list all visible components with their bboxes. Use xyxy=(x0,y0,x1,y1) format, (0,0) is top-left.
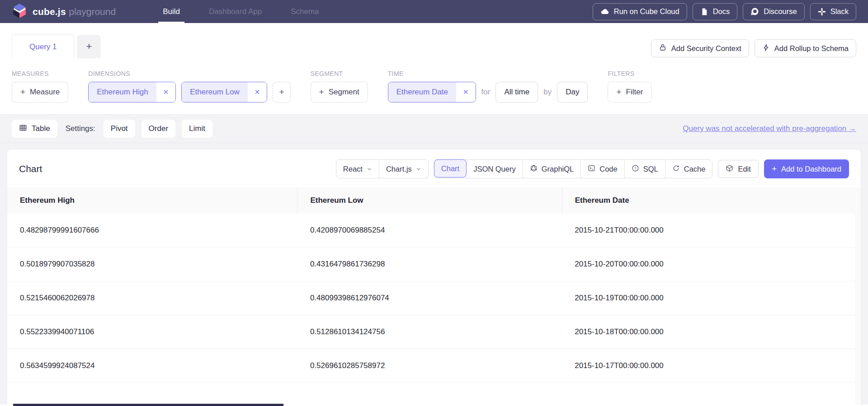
add-segment-button[interactable]: + Segment xyxy=(311,82,368,103)
table-cell: 0.48099398612976074 xyxy=(297,281,562,315)
code-panel-edge xyxy=(13,404,283,406)
refresh-icon xyxy=(672,164,680,174)
tabs-actions: Add Security Context Add Rollup to Schem… xyxy=(651,39,856,57)
nav-tab-dashboard-app[interactable]: Dashboard App xyxy=(204,0,266,23)
docs-button[interactable]: Docs xyxy=(693,3,738,20)
nav-tab-schema[interactable]: Schema xyxy=(286,0,323,23)
pivot-button[interactable]: Pivot xyxy=(104,120,135,138)
view-tab-sql[interactable]: ? SQL xyxy=(624,160,665,178)
panel-title: Chart xyxy=(19,163,42,174)
dimension-chip-ethereum-high[interactable]: Ethereum High ✕ xyxy=(88,82,176,103)
query-tab-1[interactable]: Query 1 xyxy=(12,35,74,58)
framework-select[interactable]: React xyxy=(336,160,379,178)
time-label: TIME xyxy=(388,70,588,77)
graphql-icon xyxy=(530,164,538,174)
order-button[interactable]: Order xyxy=(142,120,175,138)
by-label: by xyxy=(543,88,552,97)
result-table: Ethereum High Ethereum Low Ethereum Date… xyxy=(7,187,861,383)
view-switcher-group: Chart JSON Query GraphiQL xyxy=(434,159,713,178)
dimension-chip-ethereum-low[interactable]: Ethereum Low ✕ xyxy=(181,82,267,103)
brand: cube.js playground xyxy=(12,0,116,23)
nav-tab-build[interactable]: Build xyxy=(158,0,184,23)
remove-dimension-icon[interactable]: ✕ xyxy=(248,82,267,102)
remove-time-dimension-icon[interactable]: ✕ xyxy=(456,82,476,102)
column-header-ethereum-low[interactable]: Ethereum Low xyxy=(297,187,562,214)
view-tab-cache[interactable]: Cache xyxy=(665,160,712,178)
table-cell: 0.4316479861736298 xyxy=(297,247,562,281)
library-select[interactable]: Chart.js xyxy=(379,160,428,178)
svg-text:?: ? xyxy=(634,166,637,170)
chart-card: Chart React Chart.js xyxy=(7,149,861,405)
question-circle-icon: ? xyxy=(632,164,639,174)
table-cell: 0.4208970069885254 xyxy=(297,214,562,247)
date-range-button[interactable]: All time xyxy=(495,82,538,103)
add-measure-button[interactable]: + Measure xyxy=(12,82,68,103)
framework-library-group: React Chart.js xyxy=(336,159,429,178)
table-cell: 0.48298799991607666 xyxy=(7,214,297,247)
brand-suffix: playground xyxy=(69,6,116,17)
table-cell: 0.5128610134124756 xyxy=(297,315,562,349)
time-dimension-chip[interactable]: Ethereum Date ✕ xyxy=(388,82,476,103)
table-grid-icon xyxy=(19,124,27,134)
edit-button[interactable]: Edit xyxy=(718,160,758,178)
for-label: for xyxy=(481,88,491,97)
table-scrollbar[interactable] xyxy=(855,195,860,405)
view-tab-code[interactable]: Code xyxy=(580,160,624,178)
cloud-icon xyxy=(600,7,609,16)
settings-bar: Table Settings: Pivot Order Limit Query … xyxy=(0,114,868,143)
table-row: 0.5634599924087524 0.5269610285758972 20… xyxy=(7,349,861,383)
document-icon xyxy=(700,8,708,16)
add-query-tab-button[interactable]: + xyxy=(77,35,101,58)
dimensions-label: DIMENSIONS xyxy=(88,70,290,77)
chart-card-header: Chart React Chart.js xyxy=(7,149,861,187)
add-filter-button[interactable]: + Filter xyxy=(608,82,651,103)
column-header-ethereum-high[interactable]: Ethereum High xyxy=(7,187,297,214)
slack-icon xyxy=(818,8,826,16)
view-tab-graphiql[interactable]: GraphiQL xyxy=(523,160,581,178)
view-tab-chart[interactable]: Chart xyxy=(434,159,467,177)
table-cell: 2015-10-19T00:00:00.000 xyxy=(562,281,861,315)
measures-group: MEASURES + Measure xyxy=(12,70,68,103)
table-cell: 2015-10-21T00:00:00.000 xyxy=(562,214,861,247)
table-view-button[interactable]: Table xyxy=(12,120,57,138)
bolt-icon xyxy=(762,44,770,53)
add-rollup-to-schema-button[interactable]: Add Rollup to Schema xyxy=(755,39,856,57)
table-cell: 0.5018979907035828 xyxy=(7,247,297,281)
chevron-down-icon xyxy=(416,165,421,173)
granularity-button[interactable]: Day xyxy=(557,82,588,103)
remove-dimension-icon[interactable]: ✕ xyxy=(156,82,176,102)
lock-icon xyxy=(659,43,667,53)
table-cell: 2015-10-20T00:00:00.000 xyxy=(562,247,861,281)
view-tab-json-query[interactable]: JSON Query xyxy=(466,160,523,178)
segment-label: SEGMENT xyxy=(311,70,368,77)
limit-button[interactable]: Limit xyxy=(182,120,212,138)
add-security-context-button[interactable]: Add Security Context xyxy=(651,39,749,57)
plus-icon: + xyxy=(772,164,777,174)
segment-group: SEGMENT + Segment xyxy=(311,70,368,103)
measures-label: MEASURES xyxy=(12,70,68,77)
table-cell: 2015-10-17T00:00:00.000 xyxy=(562,349,861,383)
main-area: Chart React Chart.js xyxy=(0,143,868,405)
brand-name: cube.js xyxy=(33,6,66,17)
plus-icon: + xyxy=(279,87,284,97)
query-tabs-row: Query 1 + Add Security Context Add Rollu… xyxy=(0,23,868,58)
discourse-button[interactable]: Discourse xyxy=(743,3,804,20)
table-cell: 0.5269610285758972 xyxy=(297,349,562,383)
chart-controls: React Chart.js Chart JSON Query xyxy=(336,159,849,178)
add-to-dashboard-button[interactable]: + Add to Dashboard xyxy=(764,159,849,178)
table-cell: 0.5215460062026978 xyxy=(7,281,297,315)
add-dimension-button[interactable]: + xyxy=(273,82,290,103)
dimensions-group: DIMENSIONS Ethereum High ✕ Ethereum Low … xyxy=(88,70,290,103)
codesandbox-icon xyxy=(726,164,733,174)
filters-label: FILTERS xyxy=(608,70,651,77)
table-row: 0.5018979907035828 0.4316479861736298 20… xyxy=(7,247,861,281)
run-on-cube-cloud-button[interactable]: Run on Cube Cloud xyxy=(593,3,687,20)
chevron-down-icon xyxy=(367,165,372,173)
preaggregation-link[interactable]: Query was not accelerated with pre-aggre… xyxy=(683,124,856,133)
table-cell: 0.5522339940071106 xyxy=(7,315,297,349)
column-header-ethereum-date[interactable]: Ethereum Date xyxy=(562,187,861,214)
slack-button[interactable]: Slack xyxy=(810,3,856,20)
table-row: 0.5215460062026978 0.48099398612976074 2… xyxy=(7,281,861,315)
filters-group: FILTERS + Filter xyxy=(608,70,651,103)
plus-icon: + xyxy=(616,87,621,97)
